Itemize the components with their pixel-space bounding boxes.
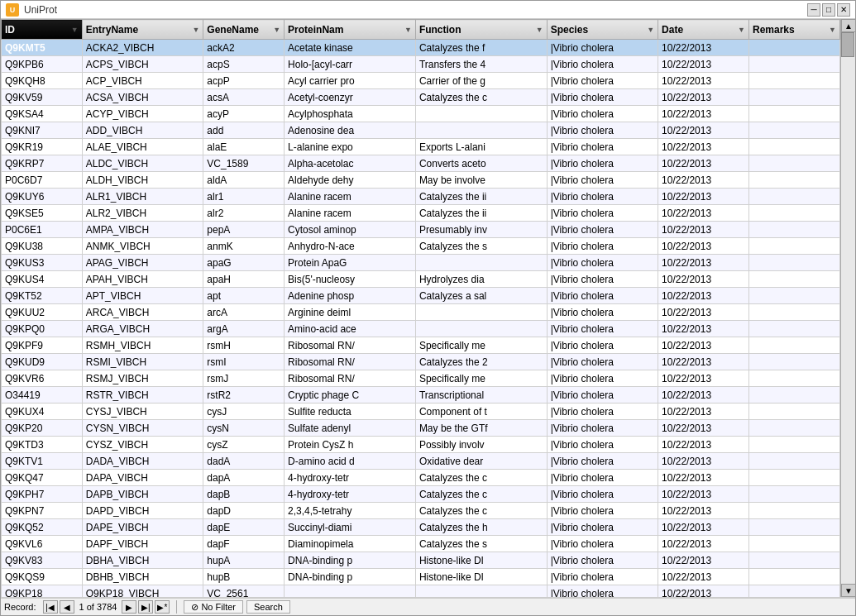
col-header-function[interactable]: Function ▼ <box>415 20 547 40</box>
cell-species: |Vibrio cholera <box>547 387 658 404</box>
cell-species: |Vibrio cholera <box>547 354 658 370</box>
cell-geneName: dapB <box>203 486 285 503</box>
col-header-species[interactable]: Species ▼ <box>547 20 658 40</box>
table-row[interactable]: O34419RSTR_VIBCHrstR2Cryptic phage CTran… <box>2 387 840 404</box>
record-count: 1 of 3784 <box>79 602 117 612</box>
table-row[interactable]: Q9KVR6RSMJ_VIBCHrsmJRibosomal RN/Specifi… <box>2 370 840 387</box>
col-header-remarks[interactable]: Remarks ▼ <box>749 20 840 40</box>
table-row[interactable]: Q9KQ47DAPA_VIBCHdapA4-hydroxy-tetrCataly… <box>2 470 840 486</box>
vertical-scrollbar[interactable]: ▲ ▼ <box>840 19 855 597</box>
col-header-entryname[interactable]: EntryName ▼ <box>82 20 203 40</box>
cell-proteinName: Anhydro-N-ace <box>285 238 416 255</box>
cell-remarks <box>749 122 840 139</box>
table-row[interactable]: Q9KQS9DBHB_VIBCHhupBDNA-binding pHistone… <box>2 569 840 585</box>
cell-geneName: arcA <box>203 304 285 321</box>
table-row[interactable]: Q9KPH7DAPB_VIBCHdapB4-hydroxy-tetrCataly… <box>2 486 840 503</box>
prev-record-button[interactable]: ◀ <box>60 600 74 614</box>
cell-species: |Vibrio cholera <box>547 139 658 155</box>
cell-id: Q9KUS3 <box>2 255 83 271</box>
cell-remarks <box>749 321 840 337</box>
cell-function <box>415 122 547 139</box>
cell-date: 10/22/2013 <box>658 155 749 172</box>
cell-geneName: anmK <box>203 238 285 255</box>
cell-proteinName: L-alanine expo <box>285 139 416 155</box>
cell-geneName: cysJ <box>203 404 285 420</box>
table-row[interactable]: Q9KUS3APAG_VIBCHapaGProtein ApaG|Vibrio … <box>2 255 840 271</box>
scroll-up-arrow[interactable]: ▲ <box>841 19 855 32</box>
cell-geneName: VC_2561 <box>203 585 285 598</box>
cell-remarks <box>749 139 840 155</box>
table-row[interactable]: Q9KUS4APAH_VIBCHapaHBis(5'-nucleosyHydro… <box>2 271 840 288</box>
table-row[interactable]: Q9KPN7DAPD_VIBCHdapD2,3,4,5-tetrahyCatal… <box>2 503 840 519</box>
table-row[interactable]: Q9KUD9RSMI_VIBCHrsmIRibosomal RN/Catalyz… <box>2 354 840 370</box>
table-row[interactable]: Q9KNI7ADD_VIBCHaddAdenosine dea|Vibrio c… <box>2 122 840 139</box>
app-logo: U <box>6 3 19 17</box>
table-row[interactable]: Q9KVL6DAPF_VIBCHdapFDiaminopimelaCatalyz… <box>2 536 840 552</box>
table-row[interactable]: Q9KMT5ACKA2_VIBCHackA2Acetate kinaseCata… <box>2 40 840 56</box>
next-record-button[interactable]: ▶ <box>122 600 136 614</box>
close-button[interactable]: ✕ <box>837 3 850 17</box>
table-row[interactable]: Q9KTV1DADA_VIBCHdadAD-amino acid dOxidat… <box>2 453 840 470</box>
cell-geneName: cysZ <box>203 437 285 453</box>
table-row[interactable]: Q9KTD3CYSZ_VIBCHcysZProtein CysZ hPossib… <box>2 437 840 453</box>
search-button[interactable]: Search <box>246 600 290 614</box>
col-header-proteinname[interactable]: ProteinNam ▼ <box>285 20 416 40</box>
table-row[interactable]: Q9KQ52DAPE_VIBCHdapESuccinyl-diamiCataly… <box>2 519 840 536</box>
table-row[interactable]: Q9KQH8ACP_VIBCHacpPAcyl carrier proCarri… <box>2 73 840 89</box>
cell-remarks <box>749 420 840 437</box>
col-header-id[interactable]: ID ▼ <box>2 20 83 40</box>
col-header-date[interactable]: Date ▼ <box>658 20 749 40</box>
cell-id: Q9KR19 <box>2 139 83 155</box>
cell-geneName: apt <box>203 288 285 304</box>
scroll-thumb[interactable] <box>841 32 854 57</box>
table-row[interactable]: Q9KV83DBHA_VIBCHhupADNA-binding pHistone… <box>2 552 840 569</box>
table-row[interactable]: Q9KPF9RSMH_VIBCHrsmHRibosomal RN/Specifi… <box>2 337 840 354</box>
cell-species: |Vibrio cholera <box>547 40 658 56</box>
table-row[interactable]: Q9KPB6ACPS_VIBCHacpSHolo-[acyl-carrTrans… <box>2 56 840 73</box>
cell-function: Possibly involv <box>415 437 547 453</box>
cell-date: 10/22/2013 <box>658 205 749 222</box>
last-record-button[interactable]: ▶| <box>138 600 153 614</box>
table-row[interactable]: Q9KUX4CYSJ_VIBCHcysJSulfite reductaCompo… <box>2 404 840 420</box>
table-row[interactable]: Q9KRP7ALDC_VIBCHVC_1589Alpha-acetolacCon… <box>2 155 840 172</box>
table-row[interactable]: P0C6E1AMPA_VIBCHpepACytosol aminopPresum… <box>2 222 840 238</box>
table-row[interactable]: Q9KV59ACSA_VIBCHacsAAcetyl-coenzyrCataly… <box>2 89 840 106</box>
table-row[interactable]: Q9KSE5ALR2_VIBCHalr2Alanine racemCatalyz… <box>2 205 840 222</box>
table-row[interactable]: Q9KT52APT_VIBCHaptAdenine phospCatalyzes… <box>2 288 840 304</box>
cell-species: |Vibrio cholera <box>547 189 658 205</box>
cell-function: May be involve <box>415 172 547 189</box>
cell-id: Q9KTV1 <box>2 453 83 470</box>
col-header-genename[interactable]: GeneName ▼ <box>203 20 285 40</box>
no-filter-button[interactable]: ⊘ No Filter <box>184 600 243 614</box>
cell-entryName: DAPE_VIBCH <box>82 519 203 536</box>
table-row[interactable]: Q9KUY6ALR1_VIBCHalr1Alanine racemCatalyz… <box>2 189 840 205</box>
cell-date: 10/22/2013 <box>658 288 749 304</box>
cell-id: P0C6E1 <box>2 222 83 238</box>
cell-date: 10/22/2013 <box>658 404 749 420</box>
table-row[interactable]: Q9KUU2ARCA_VIBCHarcAArginine deiml|Vibri… <box>2 304 840 321</box>
cell-species: |Vibrio cholera <box>547 470 658 486</box>
minimize-button[interactable]: ─ <box>807 3 820 17</box>
table-row[interactable]: P0C6D7ALDH_VIBCHaldAAldehyde dehyMay be … <box>2 172 840 189</box>
cell-remarks <box>749 56 840 73</box>
first-record-button[interactable]: |◀ <box>43 600 58 614</box>
cell-species: |Vibrio cholera <box>547 536 658 552</box>
cell-id: Q9KPB6 <box>2 56 83 73</box>
cell-proteinName: Ribosomal RN/ <box>285 354 416 370</box>
table-row[interactable]: Q9KSA4ACYP_VIBCHacyPAcylphosphata|Vibrio… <box>2 106 840 122</box>
cell-species: |Vibrio cholera <box>547 486 658 503</box>
table-row[interactable]: Q9KR19ALAE_VIBCHalaEL-alanine expoExport… <box>2 139 840 155</box>
new-record-button[interactable]: ▶* <box>155 600 170 614</box>
table-row[interactable]: Q9KP20CYSN_VIBCHcysNSulfate adenylMay be… <box>2 420 840 437</box>
scroll-down-arrow[interactable]: ▼ <box>841 584 855 597</box>
table-row[interactable]: Q9KU38ANMK_VIBCHanmKAnhydro-N-aceCatalyz… <box>2 238 840 255</box>
cell-id: Q9KRP7 <box>2 155 83 172</box>
table-row[interactable]: Q9KP18Q9KP18_VIBCHVC_2561|Vibrio cholera… <box>2 585 840 598</box>
maximize-button[interactable]: □ <box>822 3 835 17</box>
cell-geneName: apaH <box>203 271 285 288</box>
cell-date: 10/22/2013 <box>658 56 749 73</box>
table-row[interactable]: Q9KPQ0ARGA_VIBCHargAAmino-acid ace|Vibri… <box>2 321 840 337</box>
scroll-track[interactable] <box>841 32 855 584</box>
cell-entryName: ALR2_VIBCH <box>82 205 203 222</box>
cell-species: |Vibrio cholera <box>547 519 658 536</box>
